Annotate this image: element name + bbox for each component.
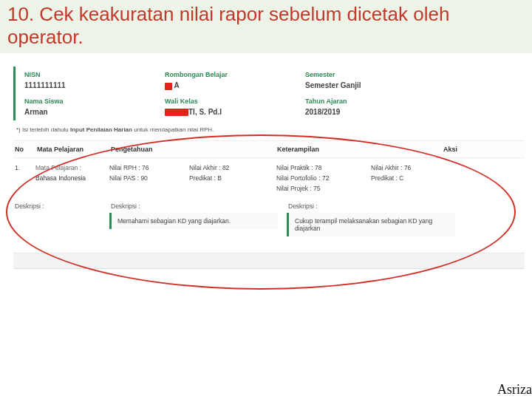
- info-rombel: Rombongan Belajar A: [165, 71, 305, 89]
- subject-column: Mata Pelajaran : Bahasa Indonesia: [35, 164, 109, 192]
- info-nisn: NISN 1111111111: [24, 71, 165, 89]
- info-wali: Wali Kelas TI, S. Pd.I: [165, 98, 305, 116]
- mapel-value: Bahasa Indonesia: [35, 174, 86, 182]
- grades-table: No Mata Pelajaran Pengetahuan Keterampil…: [13, 140, 525, 269]
- nilai-rph: Nilai RPH : 76: [109, 164, 183, 171]
- th-aksi: Aksi: [442, 146, 486, 153]
- nisn-value: 1111111111: [24, 81, 165, 89]
- info-nama: Nama Siswa Arman: [24, 98, 165, 116]
- nilai-praktik: Nilai Praktik : 78: [276, 164, 365, 171]
- rombel-label: Rombongan Belajar: [165, 71, 305, 78]
- semester-value: Semester Ganjil: [305, 81, 446, 89]
- tahun-value: 2018/2019: [305, 108, 446, 116]
- semester-label: Semester: [305, 71, 446, 78]
- nilai-portofolio: Nilai Portofolio : 72: [276, 174, 365, 182]
- p-nilai-akhir: Nilai Akhir : 82: [189, 164, 270, 171]
- nilai-projek: Nilai Projek : 75: [276, 185, 365, 192]
- note-prefix: *) Isi terlebih dahulu: [16, 126, 70, 133]
- nisn-label: NISN: [24, 71, 165, 78]
- author-name: Asriza: [493, 381, 532, 399]
- table-row: 1. Mata Pelajaran : Bahasa Indonesia Nil…: [13, 158, 525, 192]
- wali-value: TI, S. Pd.I: [165, 108, 305, 116]
- mapel-key: Mata Pelajaran :: [35, 164, 81, 171]
- desc-label-left: Deskripsi :: [13, 202, 109, 236]
- info-tahun: Tahun Ajaran 2018/2019: [305, 98, 446, 116]
- rombel-text: A: [174, 81, 179, 89]
- desc-label-k: Deskripsi :: [287, 202, 464, 210]
- info-semester: Semester Semester Ganjil: [305, 71, 446, 89]
- redaction-mark: [165, 109, 188, 116]
- redaction-mark: [165, 83, 172, 90]
- wali-label: Wali Kelas: [165, 98, 305, 105]
- description-row: Deskripsi : Deskripsi : Memahami sebagia…: [13, 202, 525, 236]
- rombel-value: A: [165, 81, 305, 89]
- k-predikat: Predikat : C: [371, 174, 452, 182]
- desc-label-p: Deskripsi :: [109, 202, 287, 210]
- desc-keterampilan: Cukup terampil melaksanakan sebagian KD …: [287, 213, 455, 236]
- desc-keterampilan-wrap: Deskripsi : Cukup terampil melaksanakan …: [287, 202, 464, 236]
- table-header: No Mata Pelajaran Pengetahuan Keterampil…: [13, 140, 525, 158]
- th-keterampilan: Keterampilan: [276, 146, 442, 153]
- th-pengetahuan: Pengetahuan: [109, 146, 276, 153]
- wali-text: TI, S. Pd.I: [188, 108, 222, 116]
- student-info-block: NISN 1111111111 Rombongan Belajar A Seme…: [13, 66, 525, 120]
- note-suffix: untuk mendapatkan nilai RPH.: [132, 126, 214, 133]
- scores-area: Nilai RPH : 76 Nilai Akhir : 82 Nilai Pr…: [109, 164, 525, 192]
- p-predikat: Predikat : B: [189, 174, 270, 182]
- nama-value: Arman: [24, 108, 165, 116]
- note-bold: Input Penilaian Harian: [70, 126, 132, 133]
- nama-label: Nama Siswa: [24, 98, 165, 105]
- desc-pengetahuan: Memahami sebagian KD yang diajarkan.: [109, 213, 278, 229]
- nilai-pas: Nilai PAS : 90: [109, 174, 183, 182]
- k-nilai-akhir: Nilai Akhir : 76: [371, 164, 452, 171]
- tahun-label: Tahun Ajaran: [305, 98, 446, 105]
- table-footer-bar: [13, 253, 525, 269]
- desc-pengetahuan-wrap: Deskripsi : Memahami sebagian KD yang di…: [109, 202, 287, 236]
- note-text: *) Isi terlebih dahulu Input Penilaian H…: [16, 126, 525, 133]
- row-number: 1.: [13, 164, 35, 192]
- slide-title-bar: 10. Cek keakuratan nilai rapor sebelum d…: [0, 0, 532, 53]
- th-no: No: [13, 146, 35, 153]
- th-mapel: Mata Pelajaran: [35, 146, 109, 153]
- slide-title: 10. Cek keakuratan nilai rapor sebelum d…: [7, 3, 525, 49]
- content-area: NISN 1111111111 Rombongan Belajar A Seme…: [0, 53, 532, 269]
